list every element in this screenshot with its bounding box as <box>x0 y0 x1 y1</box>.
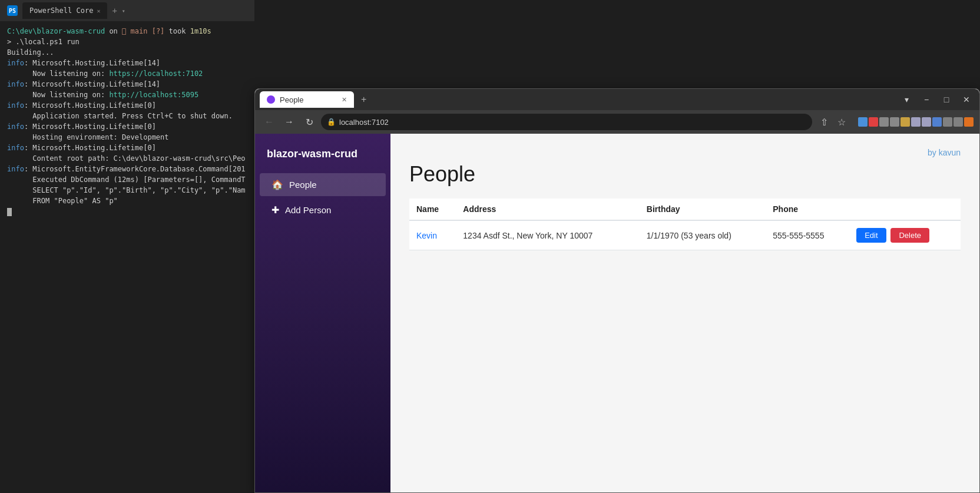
sidebar-item-people-label: People <box>289 180 317 190</box>
browser-refresh-btn[interactable]: ↻ <box>301 114 317 130</box>
browser-titlebar: People ✕ + ▾ − □ ✕ <box>255 89 979 110</box>
terminal-dropdown-icon[interactable]: ▾ <box>122 6 125 15</box>
browser-nav-actions: ⇧ ☆ <box>816 114 850 130</box>
sidebar-item-add-person-label: Add Person <box>285 205 331 215</box>
ext-chip-8 <box>932 117 942 127</box>
terminal-icon: PS <box>7 5 18 16</box>
plus-icon: ✚ <box>272 204 279 216</box>
table-body: Kevin 1234 Asdf St., New York, NY 10007 … <box>409 220 961 250</box>
ext-chip-6 <box>911 117 921 127</box>
browser-maximize-btn[interactable]: □ <box>938 91 955 108</box>
terminal-line-16: SELECT "p"."Id", "p"."Birth", "p"."City"… <box>7 185 247 196</box>
col-header-name: Name <box>409 198 456 220</box>
app-sidebar: blazor-wasm-crud 🏠 People ✚ Add Person <box>255 134 390 492</box>
col-header-address: Address <box>456 198 640 220</box>
terminal-content: C:\dev\blazor-wasm-crud on  main [?] to… <box>0 21 254 221</box>
terminal-line-1: C:\dev\blazor-wasm-crud on  main [?] to… <box>7 26 247 37</box>
person-phone-cell: 555-555-5555 <box>766 220 849 250</box>
browser-share-btn[interactable]: ⇧ <box>816 114 832 130</box>
terminal-line-15: Executed DbCommand (12ms) [Parameters=[]… <box>7 174 247 185</box>
person-name-link[interactable]: Kevin <box>416 231 437 240</box>
main-content: by kavun People Name Address Birthday Ph… <box>390 134 979 492</box>
terminal-titlebar: PS PowerShell Core ✕ + ▾ <box>0 0 254 21</box>
person-address-cell: 1234 Asdf St., New York, NY 10007 <box>456 220 640 250</box>
browser-window: People ✕ + ▾ − □ ✕ ← → ↻ 🔒 localhost:710… <box>254 88 980 493</box>
ext-chip-10 <box>953 117 963 127</box>
terminal-line-6: info: Microsoft.Hosting.Lifetime[14] <box>7 79 247 90</box>
delete-button[interactable]: Delete <box>890 228 929 243</box>
terminal-line-10: info: Microsoft.Hosting.Lifetime[0] <box>7 121 247 132</box>
address-bar-url: localhost:7102 <box>339 118 389 127</box>
browser-dropdown-btn[interactable]: ▾ <box>898 91 915 108</box>
terminal-line-8: info: Microsoft.Hosting.Lifetime[0] <box>7 100 247 111</box>
browser-active-tab[interactable]: People ✕ <box>260 91 354 108</box>
terminal-new-tab-icon[interactable]: + <box>112 5 117 17</box>
col-header-actions <box>849 198 961 220</box>
sidebar-item-people[interactable]: 🏠 People <box>260 173 386 196</box>
browser-extension-chips <box>858 117 974 127</box>
ext-chip-7 <box>922 117 931 127</box>
terminal-tab[interactable]: PowerShell Core ✕ <box>22 2 107 19</box>
terminal-line-14: info: Microsoft.EntityFrameworkCore.Data… <box>7 164 247 174</box>
browser-back-btn[interactable]: ← <box>261 114 277 130</box>
browser-tab-title: People <box>280 95 303 104</box>
terminal-line-4: info: Microsoft.Hosting.Lifetime[14] <box>7 58 247 68</box>
lock-icon: 🔒 <box>327 118 336 126</box>
ext-chip-2 <box>869 117 878 127</box>
table-header-row: Name Address Birthday Phone <box>409 198 961 220</box>
terminal-tab-close-icon[interactable]: ✕ <box>97 6 100 15</box>
sidebar-brand: blazor-wasm-crud <box>255 143 390 172</box>
ext-chip-1 <box>858 117 868 127</box>
terminal-line-13: Content root path: C:\dev\blazor-wasm-cr… <box>7 153 247 164</box>
page-title: People <box>409 162 961 187</box>
person-birthday-cell: 1/1/1970 (53 years old) <box>640 220 766 250</box>
terminal-cursor-line <box>7 206 247 217</box>
ext-chip-9 <box>943 117 952 127</box>
terminal-line-9: Application started. Press Ctrl+C to shu… <box>7 111 247 121</box>
browser-close-btn[interactable]: ✕ <box>958 91 975 108</box>
browser-tab-favicon <box>267 95 275 104</box>
col-header-birthday: Birthday <box>640 198 766 220</box>
terminal-line-17: FROM "People" AS "p" <box>7 196 247 206</box>
terminal-line-3: Building... <box>7 47 247 58</box>
ext-chip-5 <box>900 117 910 127</box>
person-actions-cell: Edit Delete <box>849 220 961 250</box>
table-header: Name Address Birthday Phone <box>409 198 961 220</box>
browser-tab-close-icon[interactable]: ✕ <box>342 96 347 104</box>
terminal-line-12: info: Microsoft.Hosting.Lifetime[0] <box>7 143 247 153</box>
terminal-window: PS PowerShell Core ✕ + ▾ C:\dev\blazor-w… <box>0 0 254 493</box>
terminal-line-7: Now listening on: http://localhost:5095 <box>7 90 247 100</box>
browser-navbar: ← → ↻ 🔒 localhost:7102 ⇧ ☆ <box>255 110 979 134</box>
ext-chip-11 <box>964 117 974 127</box>
edit-button[interactable]: Edit <box>856 228 886 243</box>
browser-bookmark-btn[interactable]: ☆ <box>833 114 850 130</box>
home-icon: 🏠 <box>272 179 283 190</box>
terminal-tab-label: PowerShell Core <box>29 5 93 16</box>
by-kavun-label: by kavun <box>409 148 961 157</box>
table-row: Kevin 1234 Asdf St., New York, NY 10007 … <box>409 220 961 250</box>
person-name-cell: Kevin <box>409 220 456 250</box>
terminal-line-5: Now listening on: https://localhost:7102 <box>7 68 247 79</box>
address-bar[interactable]: 🔒 localhost:7102 <box>321 114 812 130</box>
browser-minimize-btn[interactable]: − <box>918 91 935 108</box>
ext-chip-4 <box>890 117 899 127</box>
sidebar-item-add-person[interactable]: ✚ Add Person <box>260 198 386 221</box>
browser-forward-btn[interactable]: → <box>281 114 297 130</box>
browser-titlebar-controls: ▾ − □ ✕ <box>898 91 975 108</box>
col-header-phone: Phone <box>766 198 849 220</box>
ext-chip-3 <box>879 117 889 127</box>
terminal-line-2: > .\local.ps1 run <box>7 37 247 47</box>
terminal-line-11: Hosting environment: Development <box>7 132 247 143</box>
browser-new-tab-icon[interactable]: + <box>356 94 371 105</box>
people-table: Name Address Birthday Phone Kevin 1234 A… <box>409 198 961 250</box>
browser-body: blazor-wasm-crud 🏠 People ✚ Add Person b… <box>255 134 979 492</box>
